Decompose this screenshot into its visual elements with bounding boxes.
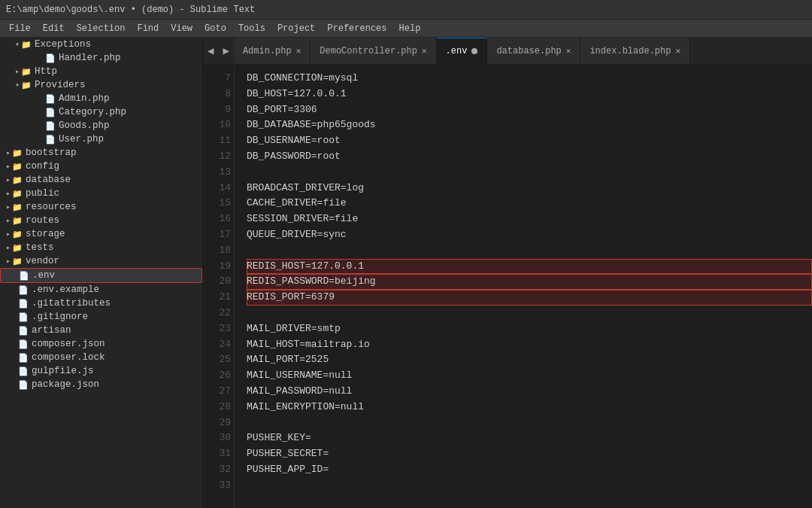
sidebar-item-routes-folder[interactable]: ▸📁routes bbox=[0, 214, 202, 227]
sidebar-item-admin-php[interactable]: 📄Admin.php bbox=[0, 92, 202, 105]
sidebar-item-config-folder[interactable]: ▸📁config bbox=[0, 160, 202, 173]
sidebar-item-handler-file[interactable]: 📄Handler.php bbox=[0, 51, 202, 65]
sidebar-label-gitignore-file: .gitignore bbox=[32, 312, 88, 322]
code-line-19: REDIS_HOST=127.0.0.1 bbox=[247, 259, 812, 275]
sidebar-label-config-folder: config bbox=[26, 161, 59, 172]
chevron-right-icon: ▸ bbox=[6, 202, 11, 211]
sidebar-label-artisan-file: artisan bbox=[32, 325, 71, 336]
line-numbers: 7891011121314151617181920212223242526272… bbox=[203, 65, 235, 508]
sidebar-item-database-folder[interactable]: ▸📁database bbox=[0, 173, 202, 187]
file-icon: 📄 bbox=[18, 285, 29, 295]
sidebar-item-env-file[interactable]: 📄.env bbox=[0, 268, 202, 283]
menu-item-find[interactable]: Find bbox=[131, 20, 165, 37]
file-icon: 📄 bbox=[18, 339, 29, 349]
code-area[interactable]: DB_CONNECTION=mysqlDB_HOST=127.0.0.1DB_P… bbox=[235, 65, 812, 508]
sidebar-label-vendor-folder: vendor bbox=[26, 256, 59, 266]
menu-item-tools[interactable]: Tools bbox=[232, 20, 271, 37]
sidebar-item-providers-folder[interactable]: ▾📁Providers bbox=[0, 78, 202, 92]
code-line-10: DB_DATABASE=php65goods bbox=[247, 117, 812, 133]
code-line-13 bbox=[247, 165, 812, 181]
line-number-19: 19 bbox=[206, 259, 231, 275]
folder-icon: 📁 bbox=[12, 216, 23, 226]
code-line-26: MAIL_USERNAME=null bbox=[247, 368, 812, 384]
menu-bar: FileEditSelectionFindViewGotoToolsProjec… bbox=[0, 20, 812, 38]
tab-tab-database[interactable]: database.php✕ bbox=[487, 38, 580, 64]
sidebar-item-exceptions-folder[interactable]: ▾📁Exceptions bbox=[0, 38, 202, 51]
code-line-14: BROADCAST_DRIVER=log bbox=[247, 181, 812, 196]
tab-tab-env[interactable]: .env bbox=[437, 38, 488, 64]
tab-tab-index-blade[interactable]: index.blade.php✕ bbox=[580, 38, 690, 64]
folder-icon: 📁 bbox=[12, 175, 23, 185]
sidebar-item-package-json[interactable]: 📄package.json bbox=[0, 378, 202, 391]
code-line-21: REDIS_PORT=6379 bbox=[247, 290, 812, 306]
line-number-10: 10 bbox=[206, 117, 231, 133]
sidebar-item-vendor-folder[interactable]: ▸📁vendor bbox=[0, 254, 202, 268]
chevron-right-icon: ▸ bbox=[6, 257, 11, 266]
sidebar-item-resources-folder[interactable]: ▸📁resources bbox=[0, 200, 202, 214]
folder-icon: 📁 bbox=[12, 230, 23, 239]
file-icon: 📄 bbox=[18, 326, 29, 336]
line-number-17: 17 bbox=[206, 227, 231, 243]
line-number-27: 27 bbox=[206, 384, 231, 400]
menu-item-preferences[interactable]: Preferences bbox=[321, 20, 392, 37]
file-icon: 📄 bbox=[45, 108, 56, 117]
tab-close-button[interactable]: ✕ bbox=[566, 46, 571, 56]
line-number-13: 13 bbox=[206, 165, 231, 181]
line-number-31: 31 bbox=[206, 446, 231, 462]
chevron-down-icon: ▾ bbox=[15, 81, 20, 90]
folder-icon: 📁 bbox=[21, 67, 32, 77]
sidebar-item-composer-json[interactable]: 📄composer.json bbox=[0, 337, 202, 351]
menu-item-goto[interactable]: Goto bbox=[198, 20, 232, 37]
sidebar-item-gitignore-file[interactable]: 📄.gitignore bbox=[0, 310, 202, 324]
sidebar-label-user-php: User.php bbox=[59, 134, 104, 144]
sidebar-item-bootstrap-folder[interactable]: ▸📁bootstrap bbox=[0, 146, 202, 160]
line-number-21: 21 bbox=[206, 290, 231, 306]
sidebar-item-public-folder[interactable]: ▸📁public bbox=[0, 187, 202, 200]
sidebar-item-gulpfile-js[interactable]: 📄gulpfile.js bbox=[0, 364, 202, 378]
file-icon: 📄 bbox=[19, 271, 29, 281]
code-line-18 bbox=[247, 243, 812, 259]
tab-label: .env bbox=[446, 46, 468, 56]
tab-tab-demo-controller[interactable]: DemoController.php✕ bbox=[311, 38, 436, 64]
sidebar-item-goods-php[interactable]: 📄Goods.php bbox=[0, 119, 202, 132]
tab-close-button[interactable]: ✕ bbox=[422, 46, 427, 56]
tab-nav-left[interactable]: ◀ bbox=[203, 38, 218, 64]
sidebar-item-category-php[interactable]: 📄Category.php bbox=[0, 105, 202, 119]
menu-item-selection[interactable]: Selection bbox=[71, 20, 132, 37]
tab-tab-admin[interactable]: Admin.php✕ bbox=[234, 38, 311, 64]
sidebar-label-providers-folder: Providers bbox=[35, 80, 86, 90]
sidebar-item-env-example-file[interactable]: 📄.env.example bbox=[0, 283, 202, 297]
code-line-9: DB_PORT=3306 bbox=[247, 102, 812, 118]
sidebar-item-storage-folder[interactable]: ▸📁storage bbox=[0, 227, 202, 241]
sidebar-label-database-folder: database bbox=[26, 175, 71, 185]
tab-nav-right[interactable]: ▶ bbox=[218, 38, 233, 64]
sidebar-label-public-folder: public bbox=[26, 188, 59, 199]
chevron-right-icon: ▸ bbox=[15, 67, 20, 76]
sidebar-item-gitattributes-file[interactable]: 📄.gitattributes bbox=[0, 297, 202, 310]
line-number-24: 24 bbox=[206, 337, 231, 353]
sidebar-item-http-folder[interactable]: ▸📁Http bbox=[0, 65, 202, 78]
tab-close-button[interactable]: ✕ bbox=[296, 46, 301, 56]
menu-item-help[interactable]: Help bbox=[393, 20, 427, 37]
menu-item-view[interactable]: View bbox=[165, 20, 198, 37]
file-icon: 📄 bbox=[45, 135, 56, 144]
code-line-16: SESSION_DRIVER=file bbox=[247, 211, 812, 227]
line-number-16: 16 bbox=[206, 211, 231, 227]
sidebar-item-composer-lock[interactable]: 📄composer.lock bbox=[0, 351, 202, 364]
sidebar-item-artisan-file[interactable]: 📄artisan bbox=[0, 324, 202, 337]
code-line-20: REDIS_PASSWORD=beijing bbox=[247, 274, 812, 290]
line-number-8: 8 bbox=[206, 87, 231, 102]
line-number-20: 20 bbox=[206, 274, 231, 290]
menu-item-project[interactable]: Project bbox=[271, 20, 321, 37]
tab-close-button[interactable]: ✕ bbox=[675, 46, 680, 56]
menu-item-file[interactable]: File bbox=[3, 20, 37, 37]
sidebar-item-user-php[interactable]: 📄User.php bbox=[0, 132, 202, 146]
tab-label: Admin.php bbox=[243, 46, 292, 56]
chevron-down-icon: ▾ bbox=[15, 40, 20, 49]
sidebar-item-tests-folder[interactable]: ▸📁tests bbox=[0, 241, 202, 254]
code-line-29 bbox=[247, 415, 812, 431]
menu-item-edit[interactable]: Edit bbox=[37, 20, 71, 37]
line-number-29: 29 bbox=[206, 415, 231, 431]
file-icon: 📄 bbox=[18, 353, 29, 363]
code-line-24: MAIL_HOST=mailtrap.io bbox=[247, 337, 812, 353]
